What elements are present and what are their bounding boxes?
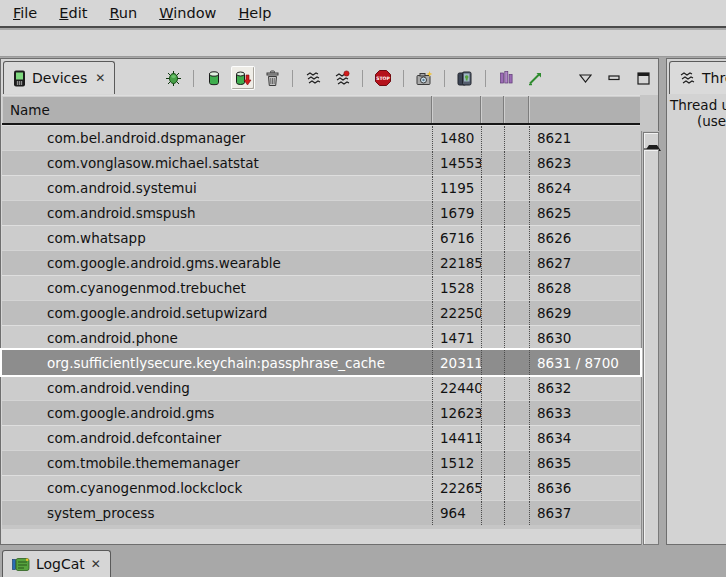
empty-cell bbox=[504, 176, 529, 200]
table-row-selected[interactable]: org.sufficientlysecure.keychain:passphra… bbox=[2, 350, 640, 375]
port-cell: 8631 / 8700 bbox=[529, 350, 640, 375]
table-row[interactable]: com.android.defcontainer144118634 bbox=[2, 425, 640, 450]
stop-process-icon[interactable]: STOP bbox=[372, 67, 394, 89]
empty-cell bbox=[481, 326, 504, 350]
menu-help[interactable]: Help bbox=[227, 1, 282, 25]
toolbar-separator bbox=[403, 70, 404, 87]
process-name-cell: com.google.android.gms.wearable bbox=[2, 251, 432, 275]
process-name-cell: com.vonglasow.michael.satstat bbox=[2, 151, 432, 175]
menu-window[interactable]: Window bbox=[148, 1, 227, 25]
systrace-icon[interactable] bbox=[524, 67, 546, 89]
pid-cell: 22185 bbox=[432, 251, 481, 275]
cause-gc-icon[interactable] bbox=[261, 67, 283, 89]
menu-run[interactable]: Run bbox=[98, 1, 148, 25]
process-name-cell: com.tmobile.thememanager bbox=[2, 451, 432, 475]
port-cell: 8635 bbox=[529, 451, 640, 475]
pid-cell: 1195 bbox=[432, 176, 481, 200]
phone-icon bbox=[13, 70, 26, 87]
empty-cell bbox=[481, 301, 504, 325]
port-cell: 8629 bbox=[529, 301, 640, 325]
device-capture-icon[interactable] bbox=[454, 67, 476, 89]
pid-cell: 22265 bbox=[432, 476, 481, 500]
table-row[interactable]: com.tmobile.thememanager15128635 bbox=[2, 450, 640, 475]
debug-icon[interactable] bbox=[162, 67, 184, 89]
empty-cell bbox=[504, 350, 529, 375]
update-heap-icon[interactable] bbox=[203, 67, 225, 89]
empty-cell bbox=[504, 301, 529, 325]
tab-logcat-close-icon[interactable]: ✕ bbox=[91, 557, 101, 571]
scroll-up-button[interactable] bbox=[643, 132, 659, 149]
tab-threads[interactable]: Threads bbox=[669, 61, 726, 94]
menu-bar: FileEditRunWindowHelp bbox=[0, 0, 726, 28]
column-header-port[interactable] bbox=[529, 96, 640, 123]
table-row[interactable]: com.android.systemui11958624 bbox=[2, 175, 640, 200]
minimize-icon[interactable] bbox=[603, 67, 625, 89]
toolbar-separator bbox=[444, 70, 445, 87]
pid-cell: 6716 bbox=[432, 226, 481, 250]
empty-cell bbox=[504, 426, 529, 450]
threads-message-line2: (use toolbar button to enable) bbox=[670, 113, 726, 129]
empty-cell bbox=[504, 451, 529, 475]
table-row[interactable]: com.google.android.gms.wearable221858627 bbox=[2, 250, 640, 275]
column-header-name[interactable]: Name bbox=[2, 96, 432, 123]
empty-cell bbox=[481, 376, 504, 400]
devices-toolbar: STOP bbox=[162, 65, 654, 91]
pid-cell: 14411 bbox=[432, 426, 481, 450]
start-method-profiling-icon[interactable] bbox=[331, 67, 353, 89]
empty-cell bbox=[481, 226, 504, 250]
port-cell: 8633 bbox=[529, 401, 640, 425]
maximize-icon[interactable] bbox=[632, 67, 654, 89]
vertical-scroll-thumb[interactable] bbox=[643, 149, 659, 545]
empty-cell bbox=[504, 501, 529, 525]
tab-devices-close-icon[interactable]: ✕ bbox=[95, 71, 105, 85]
port-cell: 8634 bbox=[529, 426, 640, 450]
vertical-scrollbar[interactable] bbox=[641, 131, 659, 565]
process-name-cell: com.android.defcontainer bbox=[2, 426, 432, 450]
table-row[interactable]: com.bel.android.dspmanager14808621 bbox=[2, 125, 640, 150]
hierarchy-view-icon[interactable] bbox=[495, 67, 517, 89]
process-name-cell: com.android.smspush bbox=[2, 201, 432, 225]
pid-cell: 1480 bbox=[432, 126, 481, 150]
update-threads-icon[interactable] bbox=[302, 67, 324, 89]
screen-capture-icon[interactable] bbox=[413, 67, 435, 89]
menu-edit[interactable]: Edit bbox=[48, 1, 98, 25]
pid-cell: 22250 bbox=[432, 301, 481, 325]
tab-devices[interactable]: Devices ✕ bbox=[3, 61, 115, 94]
view-menu-icon[interactable] bbox=[574, 67, 596, 89]
pid-cell: 1512 bbox=[432, 451, 481, 475]
port-cell: 8628 bbox=[529, 276, 640, 300]
tab-logcat[interactable]: LogCat ✕ bbox=[2, 550, 111, 577]
threads-message: Thread updates not enabled for selected … bbox=[670, 97, 726, 129]
table-row[interactable]: com.cyanogenmod.trebuchet15288628 bbox=[2, 275, 640, 300]
table-body: com.bel.android.dspmanager14808621com.vo… bbox=[2, 125, 640, 525]
empty-cell bbox=[504, 276, 529, 300]
table-row[interactable]: com.google.android.setupwizard222508629 bbox=[2, 300, 640, 325]
table-row[interactable]: com.cyanogenmod.lockclock222658636 bbox=[2, 475, 640, 500]
empty-cell bbox=[504, 476, 529, 500]
process-name-cell: com.android.vending bbox=[2, 376, 432, 400]
column-header-empty2[interactable] bbox=[504, 96, 529, 123]
table-row[interactable]: com.android.vending224408632 bbox=[2, 375, 640, 400]
pid-cell: 14553 bbox=[432, 151, 481, 175]
table-row[interactable]: system_process9648637 bbox=[2, 500, 640, 525]
empty-cell bbox=[481, 476, 504, 500]
process-name-cell: com.bel.android.dspmanager bbox=[2, 126, 432, 150]
empty-cell bbox=[481, 276, 504, 300]
table-row[interactable]: com.android.phone14718630 bbox=[2, 325, 640, 350]
dump-hprof-icon[interactable] bbox=[232, 67, 254, 89]
table-row[interactable]: com.android.smspush16798625 bbox=[2, 200, 640, 225]
toolbar-separator bbox=[193, 70, 194, 87]
column-header-empty1[interactable] bbox=[481, 96, 504, 123]
empty-cell bbox=[481, 401, 504, 425]
port-cell: 8625 bbox=[529, 201, 640, 225]
empty-cell bbox=[504, 326, 529, 350]
menu-file[interactable]: File bbox=[2, 1, 48, 25]
table-row[interactable]: com.whatsapp67168626 bbox=[2, 225, 640, 250]
empty-cell bbox=[504, 126, 529, 150]
table-row[interactable]: com.vonglasow.michael.satstat145538623 bbox=[2, 150, 640, 175]
toolbar-separator bbox=[292, 70, 293, 87]
port-cell: 8630 bbox=[529, 326, 640, 350]
column-header-pid[interactable] bbox=[432, 96, 481, 123]
empty-cell bbox=[481, 350, 504, 375]
table-row[interactable]: com.google.android.gms126238633 bbox=[2, 400, 640, 425]
